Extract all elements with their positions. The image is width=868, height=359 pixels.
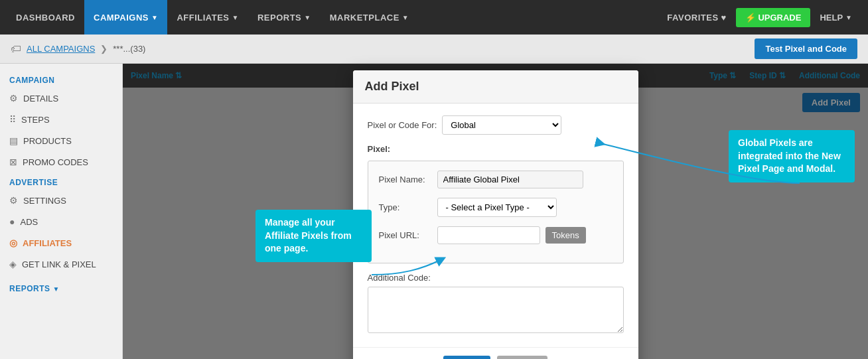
sidebar-reports-title: REPORTS ▼ (0, 275, 122, 296)
sidebar-campaign-title: CAMPAIGN (0, 70, 122, 88)
ads-icon: ● (9, 216, 15, 227)
marketplace-dropdown-icon: ▼ (402, 14, 409, 21)
pixel-for-label: Pixel or Code For: (368, 120, 437, 130)
gear-icon: ⚙ (9, 93, 18, 104)
sidebar-item-affiliates[interactable]: ◎ AFFILIATES (0, 232, 122, 253)
help-button[interactable]: HELP ▼ (810, 13, 861, 23)
type-label: Type: (379, 202, 432, 212)
modal-title: Add Pixel (353, 70, 638, 104)
annotation-bubble-right: Global Pixels are integrated into the Ne… (729, 130, 855, 182)
sidebar-settings-label: SETTINGS (23, 196, 66, 206)
type-row: Type: - Select a Pixel Type - (379, 198, 613, 217)
modal-overlay[interactable]: Add Pixel Pixel or Code For: Global Step… (123, 64, 868, 359)
sidebar-products-label: PRODUCTS (23, 136, 72, 146)
sidebar-item-steps[interactable]: ⠿ STEPS (0, 109, 122, 130)
modal-body: Pixel or Code For: Global Step 1 Step 2 … (353, 104, 638, 347)
products-icon: ▤ (9, 135, 18, 146)
sidebar-promo-label: PROMO CODES (23, 157, 88, 167)
breadcrumb-current: ***...(33) (113, 44, 145, 54)
content-area: Pixel Name ⇅ Type ⇅ Step ID ⇅ Additional… (123, 64, 868, 359)
settings-icon: ⚙ (9, 195, 18, 206)
steps-icon: ⠿ (9, 114, 16, 125)
sidebar-get-link-label: GET LINK & PIXEL (22, 259, 96, 269)
pixel-url-input[interactable] (437, 226, 540, 244)
breadcrumb-bar: 🏷 ALL CAMPAIGNS ❯ ***...(33) Test Pixel … (0, 35, 868, 64)
sidebar-item-details[interactable]: ⚙ DETAILS (0, 88, 122, 109)
breadcrumb-separator: ❯ (100, 44, 108, 54)
nav-dashboard[interactable]: DASHBOARD (7, 0, 84, 35)
pixel-url-row: Pixel URL: Tokens (379, 226, 613, 244)
heart-icon: ♥ (721, 13, 727, 23)
sidebar-item-products[interactable]: ▤ PRODUCTS (0, 130, 122, 151)
upgrade-button[interactable]: ⚡ UPGRADE (736, 8, 811, 27)
tokens-button[interactable]: Tokens (545, 227, 586, 244)
pixel-name-input[interactable] (437, 171, 583, 188)
sidebar-steps-label: STEPS (21, 115, 50, 125)
sidebar-ads-label: ADS (20, 217, 38, 227)
sidebar-item-promo-codes[interactable]: ⊠ PROMO CODES (0, 151, 122, 173)
pixel-name-row: Pixel Name: (379, 171, 613, 188)
additional-code-label: Additional Code: (368, 273, 624, 283)
top-nav: DASHBOARD CAMPAIGNS ▼ AFFILIATES ▼ REPOR… (0, 0, 868, 35)
reports-dropdown-icon: ▼ (304, 14, 311, 21)
sidebar-item-settings[interactable]: ⚙ SETTINGS (0, 190, 122, 211)
cancel-button[interactable]: Cancel (497, 356, 547, 359)
link-icon: ◈ (9, 259, 17, 269)
nav-favorites[interactable]: FAVORITES ♥ (658, 0, 735, 35)
sidebar-advertise-title: ADVERTISE (0, 173, 122, 190)
pixel-for-row: Pixel or Code For: Global Step 1 Step 2 … (368, 115, 624, 135)
campaigns-dropdown-icon: ▼ (151, 14, 158, 21)
nav-campaigns[interactable]: CAMPAIGNS ▼ (84, 0, 167, 35)
nav-affiliates[interactable]: AFFILIATES ▼ (167, 0, 248, 35)
pixel-name-label: Pixel Name: (379, 175, 432, 184)
sidebar-item-ads[interactable]: ● ADS (0, 211, 122, 232)
annotation-bubble-left: Manage all your Affiliate Pixels from on… (255, 210, 372, 262)
tag-icon: 🏷 (11, 43, 21, 55)
test-pixel-button[interactable]: Test Pixel and Code (755, 38, 857, 59)
modal-footer: Add Cancel (353, 347, 638, 359)
pixel-url-label: Pixel URL: (379, 230, 432, 240)
pixel-section-label: Pixel: (368, 144, 624, 154)
pixel-for-select[interactable]: Global Step 1 Step 2 Step 3 (442, 115, 561, 135)
sidebar: CAMPAIGN ⚙ DETAILS ⠿ STEPS ▤ PRODUCTS ⊠ … (0, 64, 123, 359)
add-button[interactable]: Add (443, 356, 490, 359)
help-dropdown-icon: ▼ (845, 14, 852, 21)
all-campaigns-link[interactable]: ALL CAMPAIGNS (27, 44, 95, 54)
sidebar-item-get-link-pixel[interactable]: ◈ GET LINK & PIXEL (0, 253, 122, 275)
main-layout: CAMPAIGN ⚙ DETAILS ⠿ STEPS ▤ PRODUCTS ⊠ … (0, 64, 868, 359)
nav-marketplace[interactable]: MARKETPLACE ▼ (321, 0, 419, 35)
type-select[interactable]: - Select a Pixel Type - (437, 198, 557, 217)
sidebar-details-label: DETAILS (23, 94, 58, 104)
pixel-box: Pixel Name: Type: - Select a Pixel Type … (368, 161, 624, 263)
affiliates-dropdown-icon: ▼ (232, 14, 239, 21)
sidebar-affiliates-label: AFFILIATES (23, 238, 72, 248)
reports-collapse-icon: ▼ (53, 285, 60, 293)
affiliates-icon: ◎ (9, 238, 17, 248)
promo-icon: ⊠ (9, 157, 17, 167)
nav-reports[interactable]: REPORTS ▼ (248, 0, 321, 35)
add-pixel-modal: Add Pixel Pixel or Code For: Global Step… (353, 70, 638, 359)
additional-code-textarea[interactable] (368, 287, 624, 333)
